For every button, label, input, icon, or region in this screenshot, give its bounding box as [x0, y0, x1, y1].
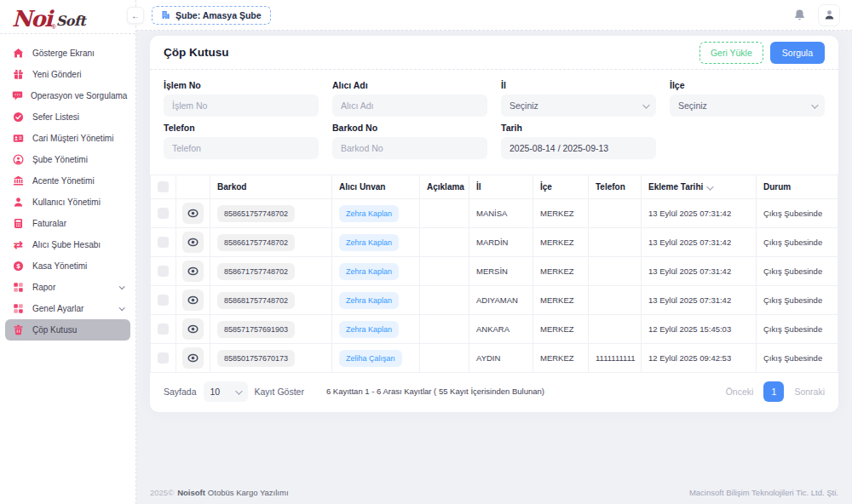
telefon-cell	[589, 315, 642, 344]
alici-link[interactable]: Zehra Kaplan	[339, 321, 399, 338]
building-icon	[161, 10, 170, 20]
view-button[interactable]	[182, 318, 204, 340]
logo[interactable]: Noi®Soft	[0, 0, 135, 34]
sidebar-item-label: Acente Yönetimi	[32, 176, 95, 186]
ilce-cell: MERKEZ	[533, 286, 589, 315]
calculator-icon	[12, 218, 25, 229]
alici-adi-input[interactable]	[332, 94, 487, 117]
sidebar-item-yeni-gonderi[interactable]: Yeni Gönderi	[5, 64, 130, 85]
telefon-cell	[589, 228, 642, 257]
field-label: Barkod No	[332, 123, 487, 133]
sidebar-item-label: Genel Ayarlar	[32, 304, 83, 313]
row-checkbox[interactable]	[158, 324, 169, 335]
eye-icon	[187, 265, 199, 278]
il-cell: MARDİN	[469, 228, 533, 257]
sidebar-item-label: Faturalar	[32, 219, 66, 228]
sidebar-item-label: Alıcı Şube Hesabı	[32, 240, 101, 249]
page-footer: 2025©NoisoftOtobüs Kargo Yazılımı Macins…	[150, 488, 838, 497]
row-checkbox[interactable]	[158, 237, 169, 248]
svg-text:$: $	[16, 262, 20, 270]
select-all-checkbox[interactable]	[158, 181, 169, 192]
topbar: ← Şube: Amasya Şube	[136, 0, 852, 31]
barkod-badge: 858571757691903	[217, 321, 295, 338]
sidebar-item-label: Cari Müşteri Yönetimi	[32, 134, 113, 143]
branch-badge[interactable]: Şube: Amasya Şube	[152, 6, 271, 25]
view-button[interactable]	[182, 289, 204, 311]
row-checkbox[interactable]	[158, 295, 169, 306]
sidebar-item-label: Çöp Kutusu	[32, 325, 77, 335]
user-circle-icon	[12, 154, 25, 165]
aciklama-cell	[420, 199, 469, 228]
table-row: 858501757670173 Zeliha Çalışan AYDIN MER…	[151, 344, 838, 373]
eye-icon	[187, 323, 199, 335]
grid-icon	[12, 303, 25, 314]
row-checkbox[interactable]	[158, 266, 169, 277]
sidebar-item-gosterge-ekrani[interactable]: Gösterge Ekranı	[5, 43, 130, 64]
view-button[interactable]	[182, 347, 204, 369]
sidebar-item-alici-sube-hesabi[interactable]: ⇄ Alıcı Şube Hesabı	[5, 234, 130, 255]
filter-ilce: İlçe Seçiniz	[670, 80, 825, 117]
sidebar-item-kullanici-yonetimi[interactable]: Kullanıcı Yönetimi	[5, 192, 130, 213]
durum-cell: Çıkış Şubesinde	[757, 228, 838, 257]
notifications-button[interactable]	[793, 9, 806, 21]
chevron-down-icon	[119, 305, 125, 311]
eye-icon	[187, 294, 199, 306]
sidebar-item-cari-musteri-yonetimi[interactable]: Cari Müşteri Yönetimi	[5, 128, 130, 149]
islem-no-input[interactable]	[164, 94, 319, 117]
row-checkbox[interactable]	[158, 352, 169, 364]
barkod-no-input[interactable]	[332, 137, 487, 159]
avatar-icon	[823, 9, 836, 21]
alici-link[interactable]: Zehra Kaplan	[339, 234, 399, 251]
copyright-text: 2025©	[150, 488, 174, 497]
tarih-cell: 13 Eylül 2025 07:31:42	[642, 228, 757, 257]
filter-form: İşlem No Alıcı Adı İl Seçiniz	[150, 70, 838, 171]
alici-link[interactable]: Zehra Kaplan	[339, 205, 399, 222]
user-menu-button[interactable]	[818, 4, 840, 26]
durum-cell: Çıkış Şubesinde	[757, 199, 838, 228]
sidebar-item-kasa-yonetimi[interactable]: $ Kasa Yönetimi	[5, 255, 130, 277]
view-button[interactable]	[182, 203, 204, 224]
sidebar-item-acente-yonetimi[interactable]: Acente Yönetimi	[5, 170, 130, 192]
field-label: Alıcı Adı	[332, 80, 487, 90]
footer-left: 2025©NoisoftOtobüs Kargo Yazılımı	[150, 488, 289, 497]
sidebar-item-genel-ayarlar[interactable]: Genel Ayarlar	[5, 298, 130, 319]
il-select[interactable]: Seçiniz	[501, 94, 656, 117]
row-checkbox[interactable]	[158, 208, 169, 219]
card-footer: Sayfada 10 Kayıt Göster 6 Kayıttan 1 - 6…	[150, 373, 838, 412]
il-cell: AYDIN	[469, 344, 533, 373]
per-page-select[interactable]: 10	[204, 381, 248, 402]
next-page-button[interactable]: Sonraki	[794, 387, 825, 397]
alici-link[interactable]: Zehra Kaplan	[339, 263, 399, 280]
sidebar-item-faturalar[interactable]: Faturalar	[5, 213, 130, 234]
filter-tarih: Tarih	[501, 123, 656, 159]
trash-icon	[12, 324, 25, 335]
field-label: İl	[501, 80, 656, 90]
sidebar-item-operasyon-ve-sorgulama[interactable]: Operasyon ve Sorgulama	[5, 85, 130, 106]
view-button[interactable]	[182, 261, 204, 282]
prev-page-button[interactable]: Önceki	[726, 387, 754, 397]
restore-button[interactable]: Geri Yükle	[699, 42, 763, 64]
bell-icon	[793, 9, 806, 21]
ekleme-tarihi-header[interactable]: Ekleme Tarihi	[642, 175, 757, 199]
sidebar-item-rapor[interactable]: Rapor	[5, 277, 130, 298]
sidebar: Noi®Soft Gösterge Ekranı Yeni Gönderi Op…	[0, 0, 136, 504]
per-page-prefix: Sayfada	[164, 387, 197, 397]
records-info: 6 Kayıttan 1 - 6 Arası Kayıtlar ( 55 Kay…	[326, 386, 544, 398]
telefon-input[interactable]	[164, 137, 319, 159]
sidebar-item-sefer-listesi[interactable]: Sefer Listesi	[5, 106, 130, 128]
page-1-button[interactable]: 1	[763, 381, 784, 402]
query-button[interactable]: Sorgula	[770, 42, 825, 64]
tarih-input[interactable]	[501, 137, 656, 159]
durum-cell: Çıkış Şubesinde	[757, 286, 838, 315]
alici-link[interactable]: Zehra Kaplan	[339, 292, 399, 309]
sidebar-collapse-button[interactable]: ←	[127, 7, 144, 24]
sidebar-item-label: Gösterge Ekranı	[32, 49, 95, 58]
ilce-select[interactable]: Seçiniz	[670, 94, 825, 117]
alici-link[interactable]: Zeliha Çalışan	[339, 350, 402, 367]
tarih-cell: 12 Eylül 2025 09:42:53	[642, 344, 757, 373]
view-button[interactable]	[182, 232, 204, 253]
sidebar-item-sube-yonetimi[interactable]: Şube Yönetimi	[5, 149, 130, 170]
exchange-arrows-icon: ⇄	[12, 239, 25, 250]
sidebar-item-cop-kutusu[interactable]: Çöp Kutusu	[5, 319, 130, 341]
branch-label: Şube: Amasya Şube	[176, 10, 262, 20]
